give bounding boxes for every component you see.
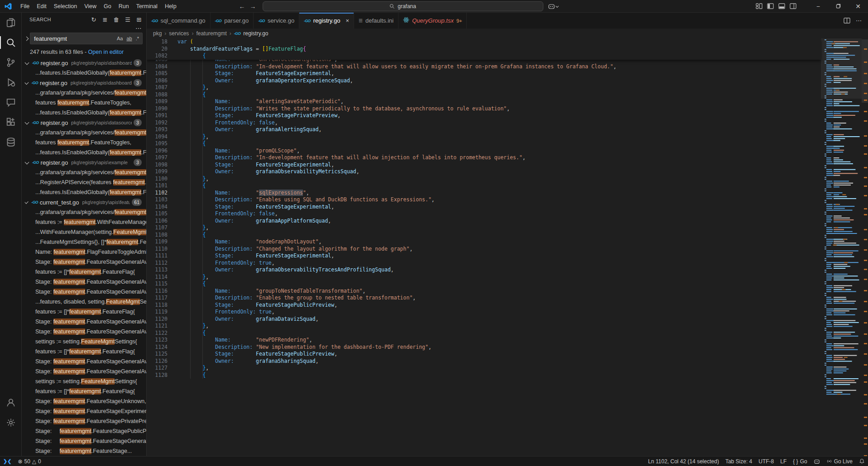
menu-selection[interactable]: Selection: [50, 2, 81, 11]
tab-registry.go[interactable]: -GOregistry.go×: [299, 13, 354, 29]
tab-defaults.ini[interactable]: ☰defaults.ini: [354, 13, 398, 29]
tab-service.go[interactable]: -GOservice.go: [254, 13, 299, 29]
search-match-row[interactable]: settings := setting.FeatureMgmtSettings{: [22, 376, 146, 386]
menu-terminal[interactable]: Terminal: [133, 2, 161, 11]
search-match-row[interactable]: features := []*featuremgmt.FeatureFlag{: [22, 347, 146, 357]
search-match-row[interactable]: ...grafana/grafana/pkg/services/featurem…: [22, 128, 146, 138]
nav-forward-icon[interactable]: →: [250, 3, 256, 10]
toggle-primary-sidebar-icon[interactable]: [767, 3, 774, 10]
close-window-button[interactable]: ✕: [848, 0, 868, 12]
breadcrumb-item[interactable]: services: [169, 30, 189, 37]
search-match-row[interactable]: ...features.IsEnabledGlobally(featuremgm…: [22, 108, 146, 118]
notifications-bell[interactable]: [856, 456, 868, 466]
activity-search-icon[interactable]: [0, 33, 22, 52]
search-input[interactable]: [34, 35, 115, 42]
activity-database-icon[interactable]: [0, 132, 22, 152]
breadcrumb-item[interactable]: pkg: [153, 30, 162, 37]
tab-sql_command.go[interactable]: -GOsql_command.go: [147, 13, 211, 29]
refresh-icon[interactable]: ↻: [90, 16, 97, 23]
search-file-row[interactable]: -GOregister.gopkg\registry\apis\datasour…: [22, 118, 146, 128]
search-match-row[interactable]: Stage: featuremgmt.FeatureStage...: [22, 446, 146, 456]
nav-back-icon[interactable]: ←: [239, 3, 245, 10]
activity-run-debug-icon[interactable]: [0, 72, 22, 92]
clear-results-icon[interactable]: ≣: [101, 16, 109, 23]
search-match-row[interactable]: Stage: featuremgmt.FeatureStageUnknown,: [22, 396, 146, 406]
go-live-button[interactable]: Go Live: [823, 456, 856, 466]
search-match-row[interactable]: ...grafana/grafana/pkg/services/featurem…: [22, 207, 146, 217]
search-match-row[interactable]: features featuremgmt.FeatureToggles,: [22, 98, 146, 108]
search-match-row[interactable]: features := featuremgmt.WithFeatureManag…: [22, 217, 146, 227]
search-match-row[interactable]: Stage: featuremgmt.FeatureStagePublicPre…: [22, 426, 146, 436]
search-match-row[interactable]: Stage: featuremgmt.FeatureStageGeneralAv…: [22, 327, 146, 337]
tab-parser.go[interactable]: -GOparser.go: [211, 13, 254, 29]
search-match-row[interactable]: Stage: featuremgmt.FeatureStageGeneralAv…: [22, 317, 146, 327]
minimize-button[interactable]: –: [808, 0, 828, 12]
restore-button[interactable]: [828, 0, 848, 12]
close-icon[interactable]: ×: [345, 17, 349, 24]
search-match-row[interactable]: Stage: featuremgmt.FeatureStageGeneralAv…: [22, 357, 146, 366]
regex-toggle[interactable]: .*: [134, 35, 140, 42]
activity-chat-icon[interactable]: [0, 92, 22, 112]
errors-warnings-indicator[interactable]: ⊗ 50 △ 0: [14, 456, 44, 466]
remote-indicator[interactable]: ❯❮: [0, 456, 14, 466]
search-match-row[interactable]: ...grafana/grafana/pkg/services/featurem…: [22, 88, 146, 98]
search-match-row[interactable]: Stage: featuremgmt.FeatureStageGeneralAv…: [22, 277, 146, 287]
menu-run[interactable]: Run: [115, 2, 133, 11]
match-case-toggle[interactable]: Aa: [115, 35, 124, 42]
open-search-editor-icon[interactable]: 🗑︎: [113, 16, 120, 23]
activity-explorer-icon[interactable]: [0, 13, 22, 33]
search-match-row[interactable]: Stage: featuremgmt.FeatureStageExperimen…: [22, 406, 146, 416]
search-match-row[interactable]: ...features.IsEnabledGlobally(featuremgm…: [22, 68, 146, 78]
search-file-row[interactable]: -GOregister.gopkg\registry\apis\example3: [22, 157, 146, 167]
menu-edit[interactable]: Edit: [33, 2, 50, 11]
editor-more-actions-icon[interactable]: ⋯: [856, 17, 862, 24]
activity-account-icon[interactable]: [0, 393, 22, 413]
tab-size-indicator[interactable]: Tab Size: 4: [722, 456, 755, 466]
search-match-row[interactable]: features featuremgmt.FeatureToggles,: [22, 138, 146, 147]
breadcrumb-file[interactable]: registry.go: [243, 30, 268, 37]
search-match-row[interactable]: features := []*featuremgmt.FeatureFlag{: [22, 307, 146, 317]
code-editor[interactable]: 1083 Name: "onPremToCloudMigrations",108…: [147, 38, 868, 456]
search-match-row[interactable]: features := []*featuremgmt.FeatureFlag{: [22, 267, 146, 277]
menu-help[interactable]: Help: [161, 2, 180, 11]
overview-ruler[interactable]: [862, 38, 868, 456]
search-match-row[interactable]: ...WithFeatureManager(setting.FeatureMgm…: [22, 227, 146, 237]
search-match-row[interactable]: Name: featuremgmt.FlagFeatureToggleAdmin…: [22, 247, 146, 257]
search-match-row[interactable]: ...grafana/grafana/pkg/services/featurem…: [22, 167, 146, 177]
customize-layout-icon[interactable]: [756, 3, 762, 10]
search-match-row[interactable]: settings := setting.FeatureMgmtSettings{: [22, 337, 146, 347]
search-file-row[interactable]: -GOregister.gopkg\registry\apis\dashboar…: [22, 58, 146, 68]
search-match-row[interactable]: ...features.IsEnabledGlobally(featuremgm…: [22, 187, 146, 197]
search-match-row[interactable]: Stage: featuremgmt.FeatureStageGeneralAv…: [22, 436, 146, 446]
copilot-status[interactable]: [810, 456, 823, 466]
activity-settings-gear-icon[interactable]: [0, 413, 22, 433]
search-match-row[interactable]: Stage: featuremgmt.FeatureStageGeneralAv…: [22, 287, 146, 297]
toggle-replace-button[interactable]: [23, 33, 30, 40]
toggle-panel-icon[interactable]: [778, 3, 785, 10]
search-match-row[interactable]: Stage: featuremgmt.FeatureStageGeneralAv…: [22, 366, 146, 376]
command-center-search[interactable]: grafana: [263, 1, 543, 11]
collapse-all-icon[interactable]: ⊞: [135, 16, 143, 23]
line-col-indicator[interactable]: Ln 1102, Col 42 (14 selected): [645, 456, 722, 466]
split-editor-icon[interactable]: [844, 17, 850, 24]
breadcrumb-item[interactable]: featuremgmt: [196, 30, 226, 37]
search-match-row[interactable]: ...features.IsEnabledGlobally(featuremgm…: [22, 147, 146, 157]
menu-go[interactable]: Go: [100, 2, 115, 11]
minimap-slider[interactable]: [821, 38, 862, 99]
search-file-row[interactable]: -GOcurrent_test.gopkg\registry\apis\feat…: [22, 197, 146, 207]
search-file-row[interactable]: -GOregister.gopkg\registry\apis\dashboar…: [22, 78, 146, 88]
open-in-editor-link[interactable]: Open in editor: [88, 49, 124, 55]
activity-extensions-icon[interactable]: [0, 112, 22, 132]
eol-indicator[interactable]: LF: [777, 456, 790, 466]
menu-file[interactable]: File: [17, 2, 33, 11]
tab-QueryGroup.tsx[interactable]: QueryGroup.tsx9+: [398, 13, 467, 29]
copilot-menu[interactable]: [548, 3, 558, 10]
search-match-row[interactable]: features := []*featuremgmt.FeatureFlag{: [22, 386, 146, 396]
encoding-indicator[interactable]: UTF-8: [755, 456, 777, 466]
search-match-row[interactable]: ...features, disabled, setting.FeatureMg…: [22, 297, 146, 307]
view-as-list-icon[interactable]: ☰: [124, 16, 131, 23]
menu-view[interactable]: View: [81, 2, 100, 11]
language-indicator[interactable]: { }Go: [790, 456, 810, 466]
toggle-secondary-sidebar-icon[interactable]: [790, 3, 796, 10]
search-match-row[interactable]: Stage: featuremgmt.FeatureStagePrivatePr…: [22, 416, 146, 426]
